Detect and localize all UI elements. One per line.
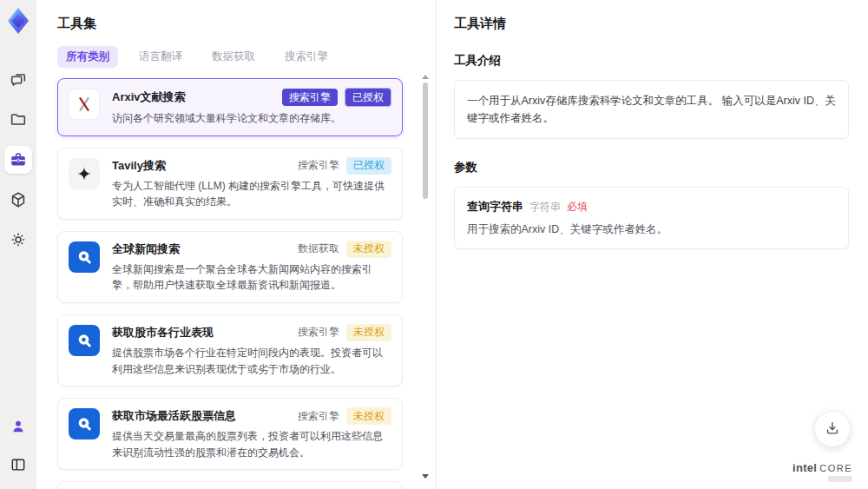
tool-intro-text: 一个用于从Arxiv存储库搜索科学论文和文章的工具。 输入可以是Arxiv ID… [467,92,836,127]
tool-category-badge: 搜索引擎 [282,89,338,106]
tool-name: Arxiv文献搜索 [112,89,186,105]
sidebar-item-tools[interactable] [4,146,32,174]
toolset-title: 工具集 [57,16,415,32]
tool-category-badge: 搜索引擎 [298,409,339,424]
quark-icon [69,408,100,439]
cube-icon [9,190,28,209]
param-list: 查询字符串字符串必填用于搜索的Arxiv ID、关键字或作者姓名。 [454,187,849,249]
category-tab-0[interactable]: 所有类别 [57,46,118,68]
core-brand-text: core [819,463,852,473]
intro-heading: 工具介绍 [454,53,849,69]
param-type: 字符串 [529,200,561,215]
arxiv-icon [69,89,100,120]
param-required-flag: 必填 [567,200,588,215]
category-tab-2[interactable]: 数据获取 [203,46,264,68]
category-tab-1[interactable]: 语言翻译 [130,46,191,68]
main-content: 工具集 所有类别语言翻译数据获取搜索引擎 Arxiv文献搜索搜索引擎已授权访问各… [36,0,868,489]
tool-name: Tavily搜索 [112,158,166,174]
toolset-pane: 工具集 所有类别语言翻译数据获取搜索引擎 Arxiv文献搜索搜索引擎已授权访问各… [36,0,437,489]
tool-name: 获取股市各行业表现 [112,325,214,340]
tool-description: 访问各个研究领域大量科学论文和文章的存储库。 [112,110,391,127]
tool-name: 获取市场最活跃股票信息 [112,408,236,424]
param-description: 用于搜索的Arxiv ID、关键字或作者姓名。 [467,222,836,237]
details-title: 工具详情 [454,16,849,32]
gear-icon [9,230,28,249]
scroll-up-icon[interactable] [422,75,429,79]
tool-card-5[interactable]: 万维地区新闻查询搜索引擎未授权查询具体行政区划内的新闻，快速了解各地新闻动 [57,481,403,489]
user-profile-button[interactable] [4,413,32,440]
tool-card-1[interactable]: Tavily搜索搜索引擎已授权专为人工智能代理 (LLM) 构建的搜索引擎工具，… [57,148,403,220]
tool-category-badge: 数据获取 [298,241,339,256]
user-icon [10,418,27,435]
tool-status-badge: 未授权 [346,407,391,425]
tool-description: 专为人工智能代理 (LLM) 构建的搜索引擎工具，可快速提供实时、准确和真实的结… [112,178,391,210]
tool-category-badge: 搜索引擎 [298,325,339,340]
scrollbar-thumb[interactable] [423,83,428,199]
quark-icon [69,325,100,356]
param-card-0: 查询字符串字符串必填用于搜索的Arxiv ID、关键字或作者姓名。 [454,187,849,249]
list-scrollbar[interactable] [422,75,429,479]
tavily-icon [69,158,100,189]
sidebar-item-files[interactable] [4,106,32,134]
download-icon [824,420,841,439]
app-logo-icon [5,7,31,35]
tool-card-2[interactable]: 全球新闻搜索数据获取未授权全球新闻搜索是一个聚合全球各大新闻网站内容的搜索引擎，… [57,231,403,303]
intel-brand-text: intel [792,461,817,474]
folder-icon [9,110,28,129]
tool-description: 全球新闻搜索是一个聚合全球各大新闻网站内容的搜索引擎，帮助用户快速获取全球最新资… [112,261,391,294]
param-name: 查询字符串 [467,199,523,215]
tool-status-badge: 未授权 [346,324,391,341]
tool-description: 提供当天交易量最高的股票列表，投资者可以利用这些信息来识别流动性强的股票和潜在的… [112,428,391,460]
tool-category-badge: 搜索引擎 [298,158,339,173]
tool-card-4[interactable]: 获取市场最活跃股票信息搜索引擎未授权提供当天交易量最高的股票列表，投资者可以利用… [57,398,403,470]
category-tabs: 所有类别语言翻译数据获取搜索引擎 [57,46,415,68]
tool-status-badge: 已授权 [346,157,391,175]
tool-card-0[interactable]: Arxiv文献搜索搜索引擎已授权访问各个研究领域大量科学论文和文章的存储库。 [57,78,403,136]
sidebar-rail [0,0,36,489]
sidebar-bottom [4,413,32,479]
panel-toggle-button[interactable] [4,451,32,479]
toolbox-icon [9,150,28,169]
detail-pane: 工具详情 工具介绍 一个用于从Arxiv存储库搜索科学论文和文章的工具。 输入可… [437,0,868,489]
tool-intro-box: 一个用于从Arxiv存储库搜索科学论文和文章的工具。 输入可以是Arxiv ID… [454,80,849,139]
app-window: 工具集 所有类别语言翻译数据获取搜索引擎 Arxiv文献搜索搜索引擎已授权访问各… [0,0,868,489]
tool-status-badge: 已授权 [345,88,391,107]
tool-status-badge: 未授权 [346,241,391,258]
tool-list: Arxiv文献搜索搜索引擎已授权访问各个研究领域大量科学论文和文章的存储库。Ta… [57,78,415,489]
sidebar-item-settings[interactable] [4,226,32,254]
params-heading: 参数 [454,160,849,175]
sidebar-item-packages[interactable] [4,186,32,214]
tool-name: 全球新闻搜索 [112,241,180,257]
quark-icon [69,241,100,273]
intel-ultra-badge [828,476,852,482]
intel-core-logo: intel core [792,461,852,482]
tool-description: 提供股票市场各个行业在特定时间段内的表现。投资者可以利用这些信息来识别表现优于或… [112,345,391,377]
scroll-down-icon[interactable] [422,474,429,479]
download-button[interactable] [814,411,851,447]
sidebar-nav [4,66,32,254]
chat-icon [9,70,28,89]
sidebar-item-chat[interactable] [4,66,32,94]
tool-card-3[interactable]: 获取股市各行业表现搜索引擎未授权提供股票市场各个行业在特定时间段内的表现。投资者… [57,314,403,387]
panel-toggle-icon [10,456,27,473]
category-tab-3[interactable]: 搜索引擎 [276,46,337,68]
